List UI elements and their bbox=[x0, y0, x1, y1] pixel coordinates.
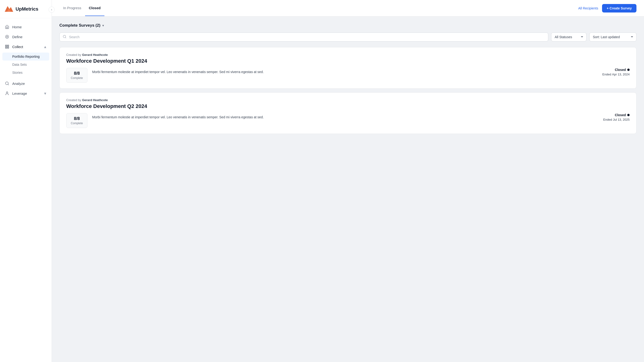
leverage-label: Leverage bbox=[12, 92, 27, 96]
survey-ended: Ended Apr 13, 2024 bbox=[592, 72, 630, 76]
survey-status-area: Closed Ended Jul 13, 2025 bbox=[592, 113, 630, 121]
svg-point-10 bbox=[6, 92, 8, 93]
survey-card[interactable]: Created by Gerard Heathcote Workforce De… bbox=[60, 92, 636, 134]
complete-badge: 8/8 Complete bbox=[66, 68, 88, 83]
content-area: Complete Surveys (2) ▾ All Statuses Sort… bbox=[52, 16, 644, 362]
home-label: Home bbox=[12, 25, 22, 29]
main-area: In Progress Closed All Recipients + Crea… bbox=[52, 0, 644, 362]
filter-row: All Statuses Sort: Last updated bbox=[60, 32, 636, 42]
svg-point-3 bbox=[6, 35, 9, 38]
survey-status-badge: Closed bbox=[592, 113, 630, 117]
logo-area: UpMetrics bbox=[0, 0, 52, 18]
complete-badge: 8/8 Complete bbox=[66, 113, 88, 128]
tabs: In Progress Closed bbox=[60, 0, 578, 16]
search-icon bbox=[63, 35, 66, 39]
all-recipients-link[interactable]: All Recipients bbox=[578, 6, 598, 10]
status-dot-icon bbox=[627, 114, 630, 116]
svg-rect-6 bbox=[8, 47, 9, 48]
sidebar-item-data-sets[interactable]: Data Sets bbox=[0, 60, 52, 68]
sidebar-item-home[interactable]: Home bbox=[0, 22, 52, 32]
svg-rect-7 bbox=[6, 47, 6, 48]
survey-description: Morbi fermentum molestie at imperdiet te… bbox=[92, 113, 587, 120]
sidebar-item-define[interactable]: Define bbox=[0, 32, 52, 42]
section-header: Complete Surveys (2) ▾ bbox=[60, 23, 636, 28]
collect-icon bbox=[5, 44, 10, 49]
svg-point-2 bbox=[6, 36, 8, 38]
sidebar: ‹ UpMetrics Home bbox=[0, 0, 52, 362]
survey-description: Morbi fermentum molestie at imperdiet te… bbox=[92, 68, 587, 74]
collect-label: Collect bbox=[12, 45, 23, 49]
tab-in-progress[interactable]: In Progress bbox=[60, 0, 85, 16]
complete-label: Complete bbox=[70, 122, 84, 125]
define-icon bbox=[5, 34, 10, 39]
complete-label: Complete bbox=[70, 76, 84, 80]
complete-fraction: 8/8 bbox=[70, 116, 84, 121]
survey-body: 8/8 Complete Morbi fermentum molestie at… bbox=[66, 68, 630, 83]
svg-rect-4 bbox=[6, 45, 6, 46]
survey-status-area: Closed Ended Apr 13, 2024 bbox=[592, 68, 630, 76]
define-label: Define bbox=[12, 35, 22, 39]
sidebar-nav: Home Define Collect bbox=[0, 18, 52, 362]
status-dot-icon bbox=[627, 68, 630, 71]
collect-chevron-icon: ▲ bbox=[43, 45, 47, 49]
sort-select[interactable]: Sort: Last updated bbox=[589, 32, 636, 42]
home-icon bbox=[5, 24, 10, 29]
survey-body: 8/8 Complete Morbi fermentum molestie at… bbox=[66, 113, 630, 128]
logo-text: UpMetrics bbox=[16, 6, 38, 12]
section-title: Complete Surveys (2) bbox=[60, 23, 100, 28]
tab-closed[interactable]: Closed bbox=[85, 0, 104, 16]
sidebar-item-portfolio-reporting[interactable]: Portfolio Reporting bbox=[2, 52, 49, 60]
sidebar-collapse-button[interactable]: ‹ bbox=[48, 6, 55, 13]
sidebar-item-stories[interactable]: Stories bbox=[0, 68, 52, 76]
survey-created-by: Created by Gerard Heathcote bbox=[66, 98, 630, 102]
header: In Progress Closed All Recipients + Crea… bbox=[52, 0, 644, 16]
survey-card[interactable]: Created by Gerard Heathcote Workforce De… bbox=[60, 47, 636, 88]
survey-created-by: Created by Gerard Heathcote bbox=[66, 53, 630, 56]
survey-ended: Ended Jul 13, 2025 bbox=[592, 118, 630, 121]
search-container bbox=[60, 32, 548, 42]
header-actions: All Recipients + Create Survey bbox=[578, 4, 636, 12]
analyze-icon bbox=[5, 81, 10, 86]
sidebar-item-analyze[interactable]: Analyze bbox=[0, 78, 52, 88]
collect-subnav: Portfolio Reporting Data Sets Stories bbox=[0, 52, 52, 78]
sidebar-item-leverage[interactable]: Leverage ▼ bbox=[0, 88, 52, 98]
survey-title: Workforce Development Q1 2024 bbox=[66, 58, 630, 64]
survey-status-badge: Closed bbox=[592, 68, 630, 72]
complete-fraction: 8/8 bbox=[70, 71, 84, 76]
logo-icon bbox=[5, 5, 13, 13]
svg-rect-5 bbox=[8, 45, 9, 46]
survey-title: Workforce Development Q2 2024 bbox=[66, 103, 630, 109]
sidebar-item-collect[interactable]: Collect ▲ bbox=[0, 42, 52, 52]
leverage-chevron-icon: ▼ bbox=[43, 92, 47, 96]
create-survey-button[interactable]: + Create Survey bbox=[602, 4, 636, 12]
analyze-label: Analyze bbox=[12, 82, 25, 86]
status-filter-select[interactable]: All Statuses bbox=[551, 32, 586, 42]
section-title-chevron-icon[interactable]: ▾ bbox=[102, 24, 104, 27]
svg-line-9 bbox=[8, 84, 8, 85]
leverage-icon bbox=[5, 91, 10, 96]
svg-line-12 bbox=[65, 38, 66, 38]
search-input[interactable] bbox=[60, 32, 548, 42]
